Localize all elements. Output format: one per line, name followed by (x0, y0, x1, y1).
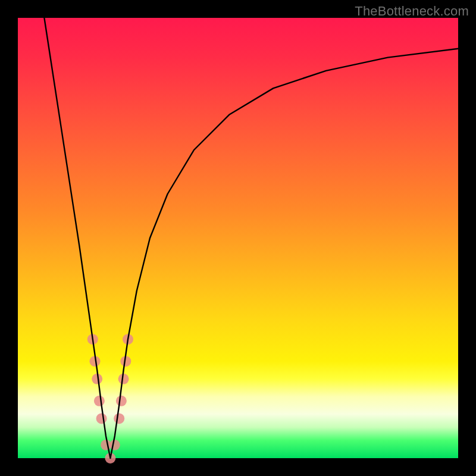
bottleneck-curve (44, 18, 458, 458)
marker-dot (96, 413, 107, 424)
chart-overlay (18, 18, 458, 458)
chart-frame: TheBottleneck.com (0, 0, 476, 476)
watermark-text: TheBottleneck.com (355, 4, 469, 19)
marker-dot (94, 396, 105, 406)
marker-dot (114, 413, 124, 424)
marker-dot (109, 440, 120, 450)
plot-area (18, 18, 458, 458)
marker-dot (116, 396, 127, 406)
